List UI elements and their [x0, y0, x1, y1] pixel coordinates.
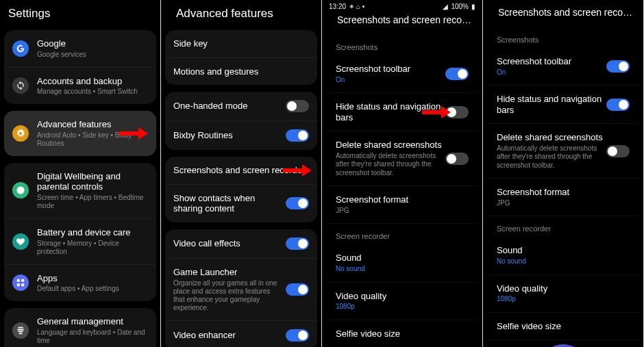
- svg-point-2: [17, 188, 23, 194]
- item-toolbar[interactable]: Screenshot toolbar On: [487, 48, 639, 86]
- sync-icon: [12, 77, 29, 94]
- item-title: Video enhancer: [173, 330, 277, 341]
- settings-item-0[interactable]: Google Google services: [4, 30, 156, 67]
- settings-item-2[interactable]: Advanced features Android Auto • Side ke…: [4, 111, 156, 156]
- item-title: Screenshot toolbar: [336, 64, 445, 75]
- toggle-switch[interactable]: [286, 100, 309, 112]
- settings-item-1[interactable]: Accounts and backup Manage accounts • Sm…: [4, 67, 156, 105]
- item-title: Show contacts when sharing content: [173, 193, 277, 214]
- page-title: Settings: [8, 7, 145, 21]
- item-format[interactable]: Screenshot format JPG: [326, 186, 478, 224]
- screenshots-panel-off: 13:20 ✶ ⌂ • ◢ 100% ▮ Screenshots and scr…: [322, 0, 483, 347]
- toggle-switch[interactable]: [606, 60, 630, 73]
- item-title: Video call effects: [173, 238, 277, 249]
- item-title: Digital Wellbeing and parental controls: [37, 171, 148, 192]
- section-screenshots: Screenshots: [487, 27, 639, 48]
- status-icons: ✶ ⌂ •: [349, 3, 364, 10]
- adv-item-8[interactable]: Video enhancer: [165, 320, 317, 347]
- item-selfie[interactable]: Selfie video size: [487, 313, 639, 341]
- settings-item-5[interactable]: Apps Default apps • App settings: [4, 264, 156, 302]
- page-title: Screenshots and screen recorder: [337, 14, 474, 25]
- item-delete[interactable]: Delete shared screenshots Automatically …: [326, 131, 478, 186]
- apps-icon: [12, 274, 29, 291]
- item-title: Selfie video size: [336, 329, 469, 339]
- section-recorder: Screen recorder: [487, 216, 639, 237]
- item-hide[interactable]: Hide status and navigation bars: [326, 93, 478, 131]
- toggle-switch[interactable]: [286, 237, 309, 250]
- item-sub: Google services: [37, 51, 148, 59]
- item-sub: Automatically delete screenshots after t…: [497, 144, 606, 170]
- adv-item-2[interactable]: One-handed mode: [165, 92, 317, 120]
- toggle-switch[interactable]: [606, 145, 630, 157]
- item-sub: Automatically delete screenshots after t…: [336, 152, 445, 178]
- item-title: Screenshot format: [497, 187, 630, 198]
- settings-item-3[interactable]: Digital Wellbeing and parental controls …: [4, 163, 156, 218]
- toggle-switch[interactable]: [445, 68, 469, 80]
- section-screenshots: Screenshots: [326, 35, 478, 55]
- item-title: One-handed mode: [173, 101, 277, 112]
- item-title: Screenshot format: [336, 194, 469, 205]
- item-sound[interactable]: Sound No sound: [487, 237, 639, 274]
- item-title: Bixby Routines: [173, 130, 277, 141]
- toggle-switch[interactable]: [286, 283, 309, 296]
- item-title: Video quality: [497, 283, 630, 294]
- item-title: Video quality: [336, 291, 469, 302]
- item-title: Apps: [37, 273, 148, 284]
- toggle-switch[interactable]: [286, 129, 309, 142]
- item-hide[interactable]: Hide status and navigation bars: [487, 86, 639, 124]
- toggle-switch[interactable]: [445, 153, 469, 165]
- adv-item-1[interactable]: Motions and gestures: [165, 57, 317, 86]
- status-time: 13:20: [329, 3, 346, 10]
- screenshots-list: Screenshots Screenshot toolbar On Hide s…: [322, 34, 482, 347]
- adv-item-5[interactable]: Show contacts when sharing content: [165, 184, 317, 222]
- item-quality[interactable]: Video quality 1080p: [487, 275, 639, 313]
- item-title: Motions and gestures: [173, 66, 309, 77]
- svg-rect-4: [21, 279, 24, 282]
- gear-icon: [12, 125, 29, 142]
- tools-icon: [12, 322, 29, 339]
- item-sub: JPG: [497, 199, 630, 208]
- item-title: Google: [37, 38, 148, 49]
- item-selfie[interactable]: Selfie video size: [326, 320, 478, 347]
- item-sub: On: [336, 76, 445, 85]
- item-quality[interactable]: Video quality 1080p: [326, 283, 478, 320]
- adv-item-6[interactable]: Video call effects: [165, 229, 317, 258]
- status-bar: 13:20 ✶ ⌂ • ◢ 100% ▮: [322, 0, 482, 12]
- heart-icon: [12, 233, 29, 250]
- adv-item-0[interactable]: Side key: [165, 30, 317, 57]
- svg-rect-3: [17, 279, 20, 282]
- item-sub: Manage accounts • Smart Switch: [37, 88, 148, 96]
- svg-rect-6: [21, 284, 24, 287]
- toggle-switch[interactable]: [445, 106, 469, 118]
- advanced-features-panel: Advanced features Side key Motions and g…: [161, 0, 322, 347]
- battery-icon: ▮: [471, 3, 475, 10]
- settings-item-4[interactable]: Battery and device care Storage • Memory…: [4, 218, 156, 264]
- item-sub: JPG: [336, 207, 469, 216]
- settings-list: Google Google services Accounts and back…: [0, 29, 160, 347]
- item-title: Hide status and navigation bars: [497, 94, 606, 115]
- toggle-switch[interactable]: [606, 99, 630, 111]
- item-title: Selfie video size: [497, 321, 630, 332]
- item-delete[interactable]: Delete shared screenshots Automatically …: [487, 124, 639, 179]
- page-title: Advanced features: [176, 7, 306, 21]
- adv-item-3[interactable]: Bixby Routines: [165, 120, 317, 150]
- google-icon: [12, 40, 29, 57]
- item-title: Sound: [497, 245, 630, 256]
- page-title: Screenshots and screen recorder: [498, 7, 635, 18]
- item-sound[interactable]: Sound No sound: [326, 244, 478, 282]
- advanced-list: Side key Motions and gestures One-handed…: [161, 29, 321, 347]
- settings-item-6[interactable]: General management Language and keyboard…: [4, 308, 156, 347]
- item-sub: Screen time • App timers • Bedtime mode: [37, 194, 148, 210]
- adv-item-7[interactable]: Game Launcher Organize all your games al…: [165, 258, 317, 320]
- selfie-preview: [487, 340, 639, 347]
- toggle-switch[interactable]: [286, 197, 309, 209]
- item-title: Sound: [336, 253, 469, 264]
- adv-item-4[interactable]: Screenshots and screen recorder: [165, 157, 317, 184]
- toggle-switch[interactable]: [286, 329, 309, 342]
- item-toolbar[interactable]: Screenshot toolbar On: [326, 55, 478, 93]
- item-format[interactable]: Screenshot format JPG: [487, 179, 639, 216]
- item-sub: Android Auto • Side key • Bixby Routines: [37, 131, 148, 148]
- circle-icon: [12, 182, 29, 198]
- selfie-avatar: [539, 344, 587, 347]
- item-sub: No sound: [336, 265, 469, 274]
